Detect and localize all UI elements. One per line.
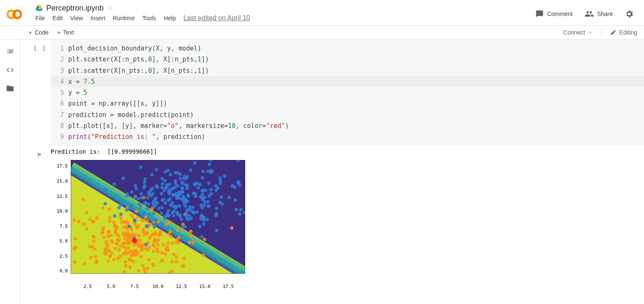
svg-point-322 <box>160 211 163 215</box>
code-line[interactable]: 8plt.plot([x], [y], marker="o", markersi… <box>51 120 644 131</box>
svg-point-214 <box>116 257 119 260</box>
svg-point-122 <box>72 219 76 222</box>
gear-icon[interactable] <box>625 9 634 19</box>
svg-point-336 <box>233 199 237 202</box>
menu-help[interactable]: Help <box>164 15 176 21</box>
code-line[interactable]: 7prediction = model.predict(point) <box>51 109 644 120</box>
svg-point-150 <box>174 255 178 259</box>
svg-point-500 <box>152 205 156 208</box>
output-arrow-icon[interactable] <box>36 151 44 158</box>
svg-point-349 <box>200 235 203 238</box>
svg-point-128 <box>157 220 160 223</box>
svg-point-307 <box>215 207 218 210</box>
svg-point-144 <box>156 243 160 247</box>
share-label: Share <box>597 11 613 17</box>
last-edited-link[interactable]: Last edited on April 10 <box>183 14 250 22</box>
editing-button[interactable]: Editing <box>610 29 637 36</box>
code-editor[interactable]: 1plot_decision_boundary(X, y, model)2plt… <box>51 40 644 146</box>
menu-insert[interactable]: Insert <box>91 15 105 21</box>
code-line[interactable]: 3plt.scatter(X[n_pts:,0], X[n_pts:,1]) <box>51 65 644 76</box>
svg-point-62 <box>112 221 116 224</box>
svg-point-245 <box>188 241 191 244</box>
svg-point-113 <box>152 250 155 253</box>
svg-point-14 <box>83 262 86 265</box>
svg-point-181 <box>101 231 104 234</box>
svg-point-162 <box>91 220 94 224</box>
svg-point-193 <box>135 210 138 213</box>
files-icon[interactable] <box>6 84 14 93</box>
svg-point-236 <box>115 232 118 235</box>
svg-point-424 <box>193 183 197 186</box>
svg-point-67 <box>131 260 135 263</box>
svg-point-400 <box>214 214 218 217</box>
code-line[interactable]: 6point = np.array([[x, y]]) <box>51 98 644 109</box>
star-icon[interactable]: ☆ <box>107 3 114 13</box>
svg-point-442 <box>203 196 206 199</box>
svg-point-41 <box>128 266 132 269</box>
chevron-down-icon <box>588 30 593 35</box>
svg-point-188 <box>163 252 167 256</box>
svg-point-172 <box>189 230 192 233</box>
connect-button[interactable]: Connect <box>563 29 593 36</box>
svg-point-514 <box>156 202 159 205</box>
code-label: Code <box>35 29 48 36</box>
svg-point-183 <box>142 228 145 232</box>
svg-point-33 <box>165 222 168 226</box>
svg-point-440 <box>166 169 170 172</box>
svg-point-104 <box>118 248 121 252</box>
svg-point-364 <box>220 195 223 199</box>
code-snippets-icon[interactable] <box>6 66 14 74</box>
svg-point-218 <box>85 227 88 231</box>
code-cell[interactable]: [ ] 1plot_decision_boundary(X, y, model)… <box>29 40 644 146</box>
svg-point-467 <box>164 214 168 217</box>
svg-point-176 <box>189 234 192 237</box>
comment-button[interactable]: Comment <box>535 10 573 18</box>
svg-point-235 <box>93 248 96 251</box>
code-line[interactable]: 4x = 7.5 <box>51 76 644 87</box>
svg-point-420 <box>127 225 131 228</box>
svg-point-408 <box>151 192 154 195</box>
code-line[interactable]: 1plot_decision_boundary(X, y, model) <box>51 43 644 54</box>
toc-icon[interactable] <box>6 47 14 56</box>
svg-point-476 <box>172 214 175 218</box>
svg-point-445 <box>187 194 190 197</box>
code-line[interactable]: 9print("Prediction is: ", prediction) <box>51 131 644 142</box>
svg-point-393 <box>144 203 147 206</box>
add-code-button[interactable]: + Code <box>29 29 49 36</box>
svg-point-516 <box>152 200 155 203</box>
svg-point-224 <box>156 250 160 253</box>
exec-indicator[interactable]: [ ] <box>33 45 46 51</box>
svg-point-486 <box>154 197 157 200</box>
plus-icon: + <box>29 29 32 36</box>
svg-point-232 <box>77 220 80 223</box>
svg-point-212 <box>107 230 110 234</box>
notebook-title[interactable]: Perceptron.ipynb <box>46 4 104 13</box>
svg-point-522 <box>171 211 174 214</box>
menu-runtime[interactable]: Runtime <box>113 15 135 21</box>
svg-point-437 <box>130 190 134 194</box>
svg-point-309 <box>112 182 116 186</box>
menu-tools[interactable]: Tools <box>142 15 156 21</box>
menu-file[interactable]: File <box>35 15 45 21</box>
svg-point-69 <box>85 211 88 214</box>
svg-point-271 <box>198 225 201 228</box>
plot-canvas <box>71 160 245 274</box>
x-tick: 12.5 <box>176 284 187 289</box>
svg-point-524 <box>113 214 116 218</box>
svg-point-511 <box>140 216 144 219</box>
svg-point-131 <box>107 249 110 253</box>
y-tick: 0.0 <box>59 268 68 274</box>
svg-point-242 <box>171 260 174 264</box>
code-line[interactable]: 5y = 5 <box>51 87 644 98</box>
svg-point-72 <box>73 261 76 264</box>
menu-view[interactable]: View <box>70 15 83 21</box>
svg-point-435 <box>199 195 202 199</box>
share-button[interactable]: Share <box>585 9 613 19</box>
add-text-button[interactable]: + Text <box>57 29 74 36</box>
svg-point-120 <box>147 245 151 249</box>
svg-point-515 <box>176 211 179 214</box>
menu-edit[interactable]: Edit <box>53 15 63 21</box>
svg-point-481 <box>207 204 211 208</box>
code-line[interactable]: 2plt.scatter(X[:n_pts,0], X[:n_pts,1]) <box>51 54 644 65</box>
svg-point-243 <box>168 230 172 233</box>
